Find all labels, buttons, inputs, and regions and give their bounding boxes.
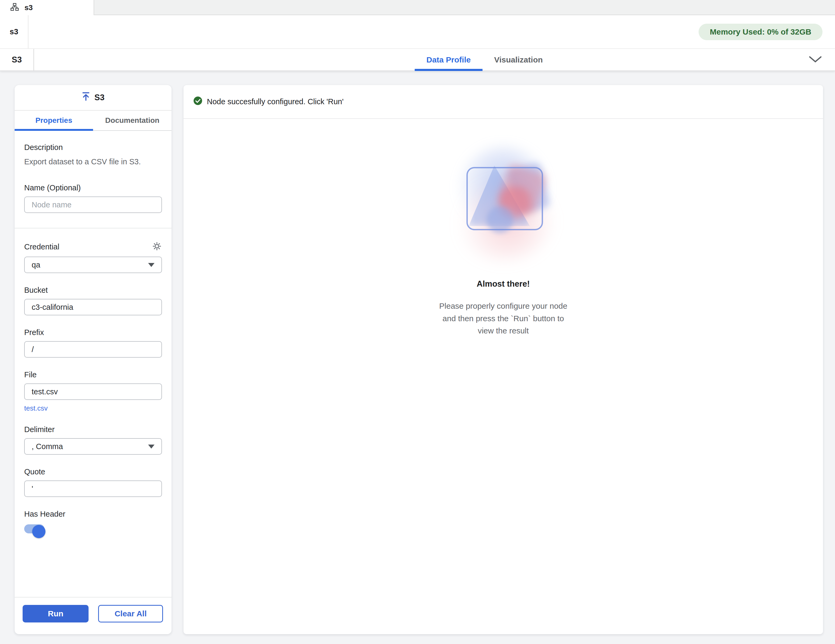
prefix-label: Prefix <box>24 328 162 337</box>
has-header-label: Has Header <box>24 510 162 519</box>
dropdown-caret-icon <box>148 263 154 267</box>
prefix-input[interactable] <box>24 341 162 358</box>
delimiter-select[interactable]: , Comma <box>24 438 162 455</box>
export-upload-icon <box>82 92 90 104</box>
file-input[interactable] <box>24 383 162 400</box>
properties-panel: S3 Properties Documentation Description … <box>15 85 172 634</box>
browser-tab[interactable]: s3 <box>0 0 94 15</box>
dropdown-caret-icon <box>148 444 154 449</box>
gear-icon[interactable] <box>152 241 162 252</box>
status-message: Node succesfully configured. Click 'Run' <box>207 97 344 106</box>
tab-visualization[interactable]: Visualization <box>482 49 554 70</box>
node-name-input[interactable] <box>24 196 162 213</box>
section-divider <box>15 228 172 229</box>
message-line: and then press the `Run` button to <box>439 312 567 325</box>
quote-input[interactable] <box>24 480 162 497</box>
empty-state-title: Almost there! <box>439 279 567 289</box>
logo-frame <box>467 167 543 230</box>
tabstrip-empty-area <box>94 0 835 15</box>
empty-state: Almost there! Please properly configure … <box>439 146 567 337</box>
node-tab-s3[interactable]: S3 <box>0 49 34 70</box>
status-row: Node succesfully configured. Click 'Run' <box>184 85 823 119</box>
tab-data-profile[interactable]: Data Profile <box>414 49 482 70</box>
app-logo <box>450 146 557 261</box>
delimiter-value: , Comma <box>32 442 63 451</box>
success-check-icon <box>193 96 203 107</box>
app-window: s3 s3 Memory Used: 0% of 32GB S3 Data Pr… <box>0 0 835 634</box>
browser-tab-title: s3 <box>24 3 33 12</box>
delimiter-label: Delimiter <box>24 425 162 434</box>
name-label: Name (Optional) <box>24 183 162 192</box>
run-button[interactable]: Run <box>23 605 89 623</box>
workflow-icon <box>10 3 19 13</box>
message-line: Please properly configure your node <box>439 300 567 312</box>
has-header-toggle[interactable] <box>24 524 44 534</box>
content-area: S3 Properties Documentation Description … <box>0 71 835 634</box>
description-label: Description <box>24 143 162 152</box>
browser-tab-strip: s3 <box>0 0 835 15</box>
description-text: Export dataset to a CSV file in S3. <box>24 157 162 167</box>
memory-usage-badge: Memory Used: 0% of 32GB <box>699 24 822 40</box>
panel-tabs: Properties Documentation <box>15 110 172 131</box>
chevron-down-icon[interactable] <box>808 55 822 64</box>
panel-body: Description Export dataset to a CSV file… <box>15 131 172 597</box>
panel-header: S3 <box>15 85 172 110</box>
clear-all-button[interactable]: Clear All <box>98 605 163 623</box>
bucket-input[interactable] <box>24 299 162 315</box>
app-header: s3 Memory Used: 0% of 32GB <box>0 15 835 49</box>
toggle-knob <box>32 525 45 538</box>
project-name: s3 <box>0 15 28 49</box>
view-toolbar: S3 Data Profile Visualization <box>0 49 835 71</box>
quote-label: Quote <box>24 467 162 476</box>
credential-label: Credential <box>24 242 59 251</box>
message-line: view the result <box>439 324 567 337</box>
bucket-label: Bucket <box>24 286 162 295</box>
tab-properties[interactable]: Properties <box>15 110 93 130</box>
panel-footer: Run Clear All <box>15 597 172 634</box>
empty-state-message: Please properly configure your node and … <box>439 300 567 337</box>
credential-value: qa <box>32 261 40 269</box>
panel-title: S3 <box>94 93 104 102</box>
view-tabs: Data Profile Visualization <box>414 49 554 70</box>
result-panel: Node succesfully configured. Click 'Run'… <box>184 85 823 634</box>
file-link[interactable]: test.csv <box>24 404 48 412</box>
credential-select[interactable]: qa <box>24 256 162 273</box>
tab-documentation[interactable]: Documentation <box>93 110 172 130</box>
file-label: File <box>24 370 162 379</box>
